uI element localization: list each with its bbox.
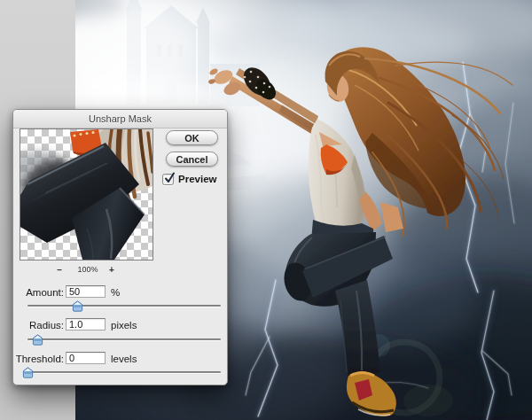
- radius-unit: pixels: [111, 320, 137, 331]
- radius-input[interactable]: [66, 318, 106, 331]
- threshold-slider-track[interactable]: [27, 371, 221, 373]
- preview-thumbnail[interactable]: [20, 128, 153, 261]
- screen: Unsharp Mask: [0, 0, 532, 420]
- zoom-out-button[interactable]: –: [52, 265, 66, 275]
- zoom-level: 100%: [72, 265, 104, 274]
- amount-label: Amount:: [13, 287, 64, 298]
- checkmark-icon: [163, 172, 177, 186]
- ok-button[interactable]: OK: [166, 130, 218, 145]
- threshold-slider-thumb[interactable]: [22, 366, 34, 377]
- dialog-title: Unsharp Mask: [89, 113, 152, 124]
- cancel-button[interactable]: Cancel: [166, 152, 218, 167]
- preview-zoom-controls: – 100% +: [13, 265, 160, 276]
- amount-slider-thumb[interactable]: [72, 299, 83, 311]
- amount-slider-track[interactable]: [27, 305, 221, 307]
- radius-slider-thumb[interactable]: [32, 333, 43, 345]
- threshold-label: Threshold:: [13, 354, 64, 364]
- radius-label: Radius:: [13, 320, 64, 331]
- dialog-titlebar[interactable]: Unsharp Mask: [13, 110, 227, 128]
- preview-checkbox-label: Preview: [178, 174, 216, 184]
- preview-checkbox[interactable]: [162, 174, 174, 185]
- preview-image: [20, 129, 153, 260]
- zoom-in-button[interactable]: +: [105, 265, 119, 275]
- amount-unit: %: [111, 287, 120, 298]
- radius-slider-track[interactable]: [27, 338, 221, 340]
- unsharp-mask-dialog: Unsharp Mask: [12, 109, 228, 385]
- threshold-input[interactable]: [66, 352, 106, 364]
- amount-input[interactable]: [66, 285, 106, 298]
- threshold-unit: levels: [111, 354, 137, 364]
